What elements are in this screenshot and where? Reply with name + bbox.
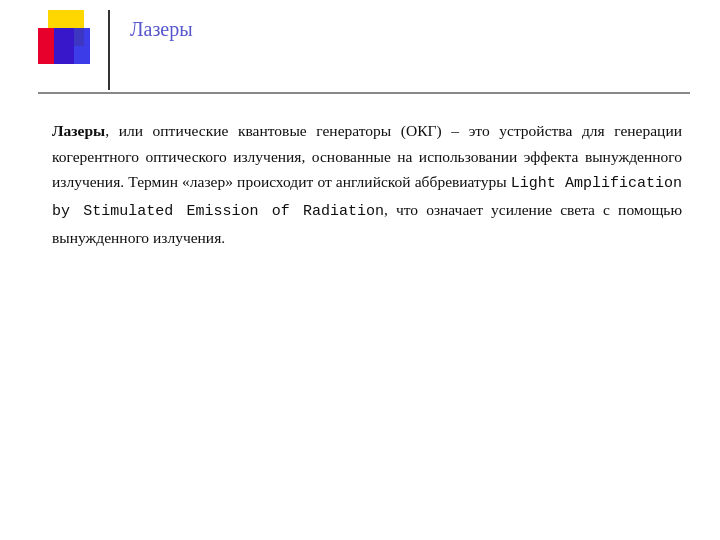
logo-blue xyxy=(54,28,90,64)
logo-block xyxy=(38,10,102,74)
slide: Лазеры Лазеры, или оптические квантовые … xyxy=(0,0,720,540)
slide-content: Лазеры, или оптические квантовые генерат… xyxy=(52,118,682,510)
vertical-divider xyxy=(108,10,110,90)
paragraph-bold-word: Лазеры xyxy=(52,122,105,139)
main-paragraph: Лазеры, или оптические квантовые генерат… xyxy=(52,118,682,250)
slide-title: Лазеры xyxy=(130,18,193,41)
horizontal-divider xyxy=(38,92,690,94)
